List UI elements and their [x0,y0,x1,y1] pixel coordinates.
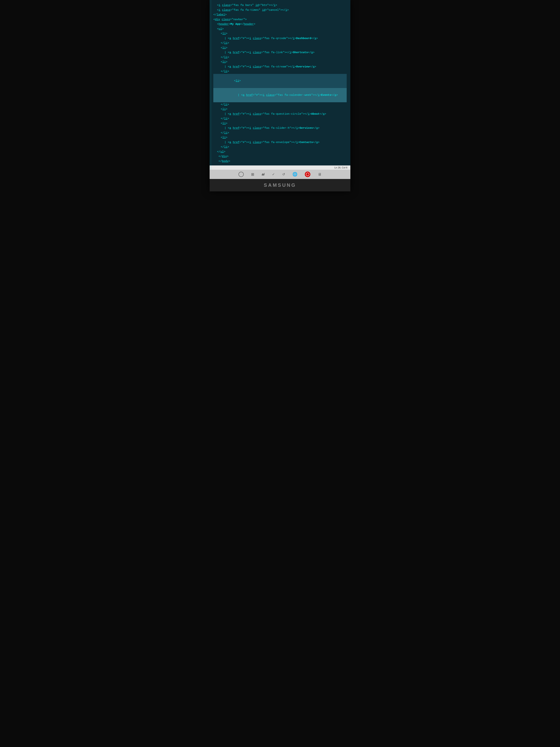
code-editor[interactable]: <i class="fas fa bars" id="btn"></i> <i … [210,0,350,165]
taskbar-windows-button[interactable]: 🖥 [318,172,321,177]
code-line-4: <div class="navbar"> [213,17,347,22]
code-line-19: <li> [213,107,347,112]
code-line-1: <i class="fas fa bars" id="btn"></i> [213,3,347,8]
code-line-5: <header>My App</header> [213,22,347,27]
screen: <i class="fas fa bars" id="btn"></i> <i … [210,0,350,170]
code-line-18: </li> [213,102,347,107]
code-text: <li> [221,60,228,65]
taskbar: ⊞ ai ✓ ↺ 🌐 🖥 [210,170,350,179]
code-line-11: | <a href="#"><i class="fas fa-link"></i… [213,50,347,55]
windows-icon[interactable]: 🖥 [318,172,321,177]
taskbar-back-button[interactable] [239,172,244,177]
code-line-20: | <a href="#"><i class="fas fa-question-… [213,112,347,117]
code-line-28: </ul> [213,150,347,154]
code-text: </body> [215,159,230,164]
code-line-25: <li> [213,135,347,140]
code-line-10: <li> [213,46,347,50]
code-line-6: <ul> [213,27,347,31]
code-line-23: | <a href="#"><i class="fas fa-slider-h"… [213,126,347,131]
code-text: <div class="navbar"> [213,17,247,22]
samsung-label: SAMSUNG [264,182,296,188]
code-line-27: </li> [213,145,347,150]
code-text: <li> [221,121,228,126]
code-text: <i class="fas fa bars" id="btn"></i> [217,3,277,8]
code-line-14: | <a href="#"><i class="fas fa-stream"><… [213,65,347,69]
samsung-bar: SAMSUNG [210,179,350,191]
code-text: </ul> [217,150,225,154]
code-line-29: </div> [213,154,347,159]
code-line-12: </li> [213,55,347,60]
code-text: </li> [221,55,229,60]
taskbar-opera-button[interactable] [305,172,310,177]
back-icon[interactable] [239,172,244,177]
code-text: <li> [221,107,228,112]
taskbar-ai-button[interactable]: ai [262,173,264,176]
taskbar-refresh-button[interactable]: ↺ [282,172,285,176]
code-text: <li> [221,135,228,140]
code-line-21: </li> [213,117,347,121]
code-text: <li> [234,79,241,82]
status-bar: Ln 28, Col 6 [210,165,350,170]
recents-icon[interactable]: ⊞ [251,172,254,177]
code-text: </li> [221,102,229,107]
cursor-position: Ln 28, Col 6 [335,166,347,169]
taskbar-check-button[interactable]: ✓ [272,172,275,176]
code-text: <header>My App</header> [217,22,256,27]
code-line-13: <li> [213,60,347,65]
code-text: </li> [221,131,229,135]
code-text: </li> [221,117,229,121]
ai-icon[interactable]: ai [262,173,264,176]
refresh-icon[interactable]: ↺ [282,172,285,176]
code-text: <li> [221,46,228,50]
code-line-7: <li> [213,31,347,36]
code-text: | <a href="#"><i class="fas fa-stream"><… [224,65,316,69]
monitor: <i class="fas fa bars" id="btn"></i> <i … [210,0,350,191]
globe-icon[interactable]: 🌐 [292,172,297,177]
code-text: | <a href="#"><i class="fas fa-calender-… [238,94,338,97]
code-line-22: <li> [213,121,347,126]
taskbar-globe-button[interactable]: 🌐 [292,172,297,177]
code-line-24: </li> [213,131,347,135]
code-line-2: <i class="fas fa fa-times" id="cancel"><… [213,8,347,12]
code-text: </label> [213,12,227,17]
code-text: </div> [215,154,229,159]
code-text: | <a href="#"><i class="fas fa-envelope"… [224,140,319,145]
code-text: | <a href="#"><i class="fas fa-qrcode"><… [224,36,318,41]
code-text: </li> [221,69,229,74]
code-line-8: | <a href="#"><i class="fas fa-qrcode"><… [213,36,347,41]
code-line-16: <li> [213,74,347,88]
code-text: <ul> [217,27,224,31]
code-line-30: </body> [213,159,347,164]
code-text: </li> [221,145,229,150]
code-text: </li> [221,41,229,46]
code-text: | <a href="#"><i class="fas fa-slider-h"… [224,126,319,131]
code-text: <i class="fas fa fa-times" id="cancel"><… [217,8,289,12]
taskbar-recents-button[interactable]: ⊞ [251,172,254,177]
code-line-17: | <a href="#"><i class="fas fa-calender-… [213,88,347,102]
code-text: | <a href="#"><i class="fas fa-link"></i… [224,50,315,55]
opera-icon[interactable] [305,172,310,177]
check-icon[interactable]: ✓ [272,172,275,176]
code-text: <li> [221,31,228,36]
code-text: | <a href="#"><i class="fas fa-question-… [224,112,326,117]
code-line-3: </label> [213,12,347,17]
code-line-9: </li> [213,41,347,46]
code-line-15: </li> [213,69,347,74]
code-line-26: | <a href="#"><i class="fas fa-envelope"… [213,140,347,145]
